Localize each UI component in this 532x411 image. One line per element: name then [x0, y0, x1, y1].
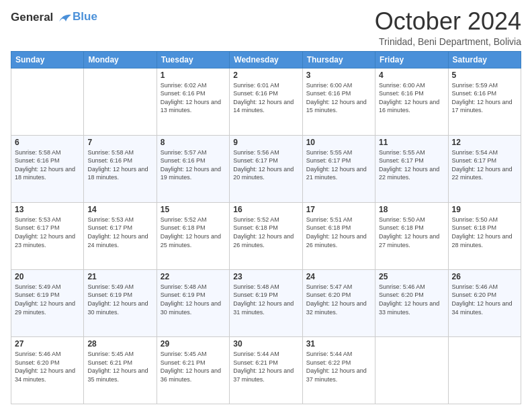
day-number: 16: [233, 205, 298, 214]
day-number: 4: [379, 71, 444, 80]
calendar-day-5: 5Sunrise: 5:59 AMSunset: 6:16 PMDaylight…: [448, 68, 521, 135]
calendar-empty-cell: [11, 68, 84, 135]
day-number: 7: [87, 138, 152, 147]
calendar-empty-cell: [448, 336, 521, 404]
title-block: October 2024 Trinidad, Beni Department, …: [375, 8, 521, 47]
calendar-day-10: 10Sunrise: 5:55 AMSunset: 6:17 PMDayligh…: [302, 135, 375, 202]
logo-blue: Blue: [73, 10, 97, 24]
day-info: Sunrise: 5:58 AMSunset: 6:16 PMDaylight:…: [15, 148, 80, 182]
logo-bird-icon: [58, 12, 73, 24]
day-info: Sunrise: 5:58 AMSunset: 6:16 PMDaylight:…: [87, 148, 152, 182]
calendar-empty-cell: [84, 68, 157, 135]
col-header-saturday: Saturday: [448, 51, 521, 68]
calendar-day-8: 8Sunrise: 5:57 AMSunset: 6:16 PMDaylight…: [157, 135, 229, 202]
day-number: 2: [233, 71, 298, 80]
day-info: Sunrise: 5:53 AMSunset: 6:17 PMDaylight:…: [15, 216, 80, 249]
day-info: Sunrise: 5:46 AMSunset: 6:20 PMDaylight:…: [452, 283, 517, 316]
calendar-day-25: 25Sunrise: 5:46 AMSunset: 6:20 PMDayligh…: [375, 269, 448, 336]
day-number: 1: [161, 71, 226, 80]
logo-general: General: [11, 11, 53, 24]
calendar-day-24: 24Sunrise: 5:47 AMSunset: 6:20 PMDayligh…: [302, 269, 375, 336]
calendar-day-20: 20Sunrise: 5:49 AMSunset: 6:19 PMDayligh…: [11, 269, 84, 336]
calendar-day-2: 2Sunrise: 6:01 AMSunset: 6:16 PMDaylight…: [230, 68, 302, 135]
calendar-day-31: 31Sunrise: 5:44 AMSunset: 6:22 PMDayligh…: [302, 336, 375, 404]
day-info: Sunrise: 5:52 AMSunset: 6:18 PMDaylight:…: [161, 216, 226, 249]
day-info: Sunrise: 6:02 AMSunset: 6:16 PMDaylight:…: [161, 81, 226, 115]
day-info: Sunrise: 5:44 AMSunset: 6:21 PMDaylight:…: [233, 350, 298, 383]
calendar-week-row: 27Sunrise: 5:46 AMSunset: 6:20 PMDayligh…: [11, 336, 521, 404]
logo: General Blue: [11, 11, 97, 24]
day-number: 20: [15, 272, 80, 281]
day-info: Sunrise: 5:52 AMSunset: 6:18 PMDaylight:…: [233, 216, 298, 249]
day-info: Sunrise: 6:00 AMSunset: 6:16 PMDaylight:…: [379, 81, 444, 115]
day-info: Sunrise: 5:46 AMSunset: 6:20 PMDaylight:…: [379, 283, 444, 316]
day-info: Sunrise: 5:45 AMSunset: 6:21 PMDaylight:…: [87, 350, 152, 383]
calendar-day-4: 4Sunrise: 6:00 AMSunset: 6:16 PMDaylight…: [375, 68, 448, 135]
day-number: 30: [233, 339, 298, 349]
calendar-week-row: 13Sunrise: 5:53 AMSunset: 6:17 PMDayligh…: [11, 202, 521, 269]
calendar-day-17: 17Sunrise: 5:51 AMSunset: 6:18 PMDayligh…: [302, 202, 375, 269]
day-info: Sunrise: 5:54 AMSunset: 6:17 PMDaylight:…: [452, 148, 517, 182]
day-info: Sunrise: 5:59 AMSunset: 6:16 PMDaylight:…: [452, 81, 517, 115]
calendar-day-9: 9Sunrise: 5:56 AMSunset: 6:17 PMDaylight…: [230, 135, 302, 202]
calendar-header-row: SundayMondayTuesdayWednesdayThursdayFrid…: [11, 51, 521, 68]
col-header-tuesday: Tuesday: [157, 51, 229, 68]
calendar-day-15: 15Sunrise: 5:52 AMSunset: 6:18 PMDayligh…: [157, 202, 229, 269]
day-info: Sunrise: 5:53 AMSunset: 6:17 PMDaylight:…: [87, 216, 152, 249]
day-number: 25: [379, 272, 444, 281]
day-info: Sunrise: 5:48 AMSunset: 6:19 PMDaylight:…: [233, 283, 298, 316]
day-info: Sunrise: 6:01 AMSunset: 6:16 PMDaylight:…: [233, 81, 298, 115]
day-info: Sunrise: 5:50 AMSunset: 6:18 PMDaylight:…: [379, 216, 444, 249]
calendar-day-7: 7Sunrise: 5:58 AMSunset: 6:16 PMDaylight…: [84, 135, 157, 202]
calendar-day-12: 12Sunrise: 5:54 AMSunset: 6:17 PMDayligh…: [448, 135, 521, 202]
calendar-day-22: 22Sunrise: 5:48 AMSunset: 6:19 PMDayligh…: [157, 269, 229, 336]
day-info: Sunrise: 5:57 AMSunset: 6:16 PMDaylight:…: [161, 148, 226, 182]
day-info: Sunrise: 5:49 AMSunset: 6:19 PMDaylight:…: [87, 283, 152, 316]
calendar-day-3: 3Sunrise: 6:00 AMSunset: 6:16 PMDaylight…: [302, 68, 375, 135]
day-number: 3: [306, 71, 371, 80]
calendar-day-16: 16Sunrise: 5:52 AMSunset: 6:18 PMDayligh…: [230, 202, 302, 269]
calendar-day-23: 23Sunrise: 5:48 AMSunset: 6:19 PMDayligh…: [230, 269, 302, 336]
day-info: Sunrise: 5:51 AMSunset: 6:18 PMDaylight:…: [306, 216, 371, 249]
calendar-week-row: 1Sunrise: 6:02 AMSunset: 6:16 PMDaylight…: [11, 68, 521, 135]
day-number: 11: [379, 138, 444, 147]
col-header-friday: Friday: [375, 51, 448, 68]
day-info: Sunrise: 5:45 AMSunset: 6:21 PMDaylight:…: [161, 350, 226, 383]
day-number: 18: [379, 205, 444, 214]
calendar-day-28: 28Sunrise: 5:45 AMSunset: 6:21 PMDayligh…: [84, 336, 157, 404]
calendar-day-1: 1Sunrise: 6:02 AMSunset: 6:16 PMDaylight…: [157, 68, 229, 135]
calendar-day-13: 13Sunrise: 5:53 AMSunset: 6:17 PMDayligh…: [11, 202, 84, 269]
day-number: 21: [87, 272, 152, 281]
calendar-week-row: 6Sunrise: 5:58 AMSunset: 6:16 PMDaylight…: [11, 135, 521, 202]
day-number: 9: [233, 138, 298, 147]
col-header-sunday: Sunday: [11, 51, 84, 68]
day-number: 19: [452, 205, 517, 214]
day-number: 29: [161, 339, 226, 349]
day-info: Sunrise: 5:46 AMSunset: 6:20 PMDaylight:…: [15, 350, 80, 383]
calendar-day-6: 6Sunrise: 5:58 AMSunset: 6:16 PMDaylight…: [11, 135, 84, 202]
calendar-empty-cell: [375, 336, 448, 404]
day-number: 10: [306, 138, 371, 147]
page: General Blue October 2024 Trinidad, Beni…: [0, 0, 532, 411]
calendar-table: SundayMondayTuesdayWednesdayThursdayFrid…: [11, 51, 521, 404]
calendar-day-11: 11Sunrise: 5:55 AMSunset: 6:17 PMDayligh…: [375, 135, 448, 202]
col-header-wednesday: Wednesday: [230, 51, 302, 68]
day-number: 22: [161, 272, 226, 281]
day-info: Sunrise: 5:48 AMSunset: 6:19 PMDaylight:…: [161, 283, 226, 316]
day-info: Sunrise: 5:47 AMSunset: 6:20 PMDaylight:…: [306, 283, 371, 316]
col-header-thursday: Thursday: [302, 51, 375, 68]
calendar-day-29: 29Sunrise: 5:45 AMSunset: 6:21 PMDayligh…: [157, 336, 229, 404]
day-number: 26: [452, 272, 517, 281]
logo-text: General Blue: [11, 11, 97, 24]
day-number: 15: [161, 205, 226, 214]
day-number: 23: [233, 272, 298, 281]
calendar-day-18: 18Sunrise: 5:50 AMSunset: 6:18 PMDayligh…: [375, 202, 448, 269]
day-info: Sunrise: 5:56 AMSunset: 6:17 PMDaylight:…: [233, 148, 298, 182]
day-number: 5: [452, 71, 517, 80]
calendar-day-30: 30Sunrise: 5:44 AMSunset: 6:21 PMDayligh…: [230, 336, 302, 404]
day-number: 24: [306, 272, 371, 281]
day-number: 14: [87, 205, 152, 214]
day-info: Sunrise: 5:55 AMSunset: 6:17 PMDaylight:…: [379, 148, 444, 182]
calendar-day-21: 21Sunrise: 5:49 AMSunset: 6:19 PMDayligh…: [84, 269, 157, 336]
col-header-monday: Monday: [84, 51, 157, 68]
